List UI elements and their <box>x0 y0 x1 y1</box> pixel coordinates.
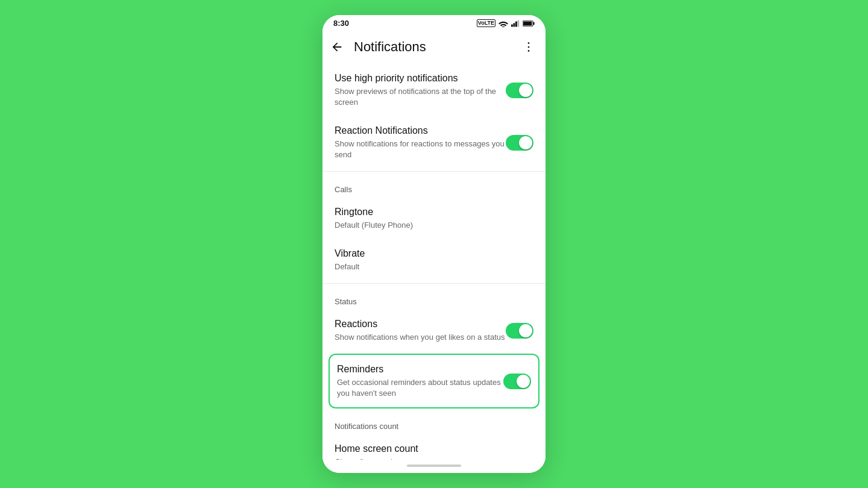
svg-rect-1 <box>514 23 515 27</box>
settings-scroll-area[interactable]: Use high priority notifications Show pre… <box>322 64 546 460</box>
calls-section-label: Calls <box>322 174 546 198</box>
setting-vibrate-title: Vibrate <box>335 248 533 260</box>
toggle-knob <box>519 84 532 97</box>
toggle-reminders[interactable] <box>503 374 531 389</box>
setting-reactions[interactable]: Reactions Show notifications when you ge… <box>322 310 546 351</box>
divider-2 <box>322 283 546 284</box>
setting-vibrate[interactable]: Vibrate Default <box>322 239 546 281</box>
app-bar: Notifications <box>322 30 546 64</box>
toggle-reaction-notifications[interactable] <box>506 135 533 151</box>
wifi-icon <box>498 20 508 27</box>
svg-rect-5 <box>533 22 535 24</box>
setting-high-priority[interactable]: Use high priority notifications Show pre… <box>322 64 546 116</box>
svg-point-9 <box>528 50 530 52</box>
status-section-label: Status <box>322 286 546 310</box>
setting-reaction-notifications[interactable]: Reaction Notifications Show notification… <box>322 116 546 169</box>
setting-reaction-title: Reaction Notifications <box>335 125 506 137</box>
svg-rect-2 <box>515 21 517 27</box>
divider-1 <box>322 171 546 172</box>
setting-ringtone[interactable]: Ringtone Default (Flutey Phone) <box>322 198 546 239</box>
notifications-count-section-label: Notifications count <box>322 411 546 434</box>
signal-icon <box>511 20 520 27</box>
setting-home-screen-count[interactable]: Home screen count Clear after opening ap… <box>322 434 546 460</box>
setting-high-priority-title: Use high priority notifications <box>335 72 506 85</box>
svg-rect-0 <box>511 24 513 27</box>
toggle-knob <box>517 375 530 388</box>
setting-reactions-desc: Show notifications when you get likes on… <box>335 332 506 343</box>
home-indicator <box>322 460 546 473</box>
toggle-reactions[interactable] <box>506 323 533 339</box>
svg-point-8 <box>528 46 530 48</box>
page-title: Notifications <box>349 39 517 55</box>
svg-rect-3 <box>518 20 520 27</box>
setting-vibrate-desc: Default <box>335 261 533 272</box>
setting-reactions-title: Reactions <box>335 318 506 331</box>
toggle-knob <box>519 324 532 337</box>
setting-reminders-desc: Get occasional reminders about status up… <box>337 377 503 399</box>
setting-ringtone-desc: Default (Flutey Phone) <box>335 220 533 231</box>
status-icons: VoLTE <box>477 19 535 27</box>
setting-high-priority-desc: Show previews of notifications at the to… <box>335 86 506 108</box>
toggle-high-priority[interactable] <box>506 83 533 98</box>
battery-icon <box>523 20 535 27</box>
home-bar <box>407 465 461 467</box>
setting-reminders[interactable]: Reminders Get occasional reminders about… <box>329 354 539 408</box>
svg-rect-6 <box>523 21 532 25</box>
volte-icon: VoLTE <box>477 19 495 27</box>
setting-reaction-desc: Show notifications for reactions to mess… <box>335 139 506 160</box>
back-button[interactable] <box>325 35 349 59</box>
svg-point-7 <box>528 42 530 44</box>
setting-reminders-title: Reminders <box>337 363 503 376</box>
setting-ringtone-title: Ringtone <box>335 206 533 219</box>
more-options-button[interactable] <box>517 35 541 59</box>
status-time: 8:30 <box>333 19 349 28</box>
setting-home-screen-count-title: Home screen count <box>335 443 533 455</box>
toggle-knob <box>519 136 532 149</box>
status-bar: 8:30 VoLTE <box>322 15 546 30</box>
phone-frame: 8:30 VoLTE <box>322 15 546 473</box>
